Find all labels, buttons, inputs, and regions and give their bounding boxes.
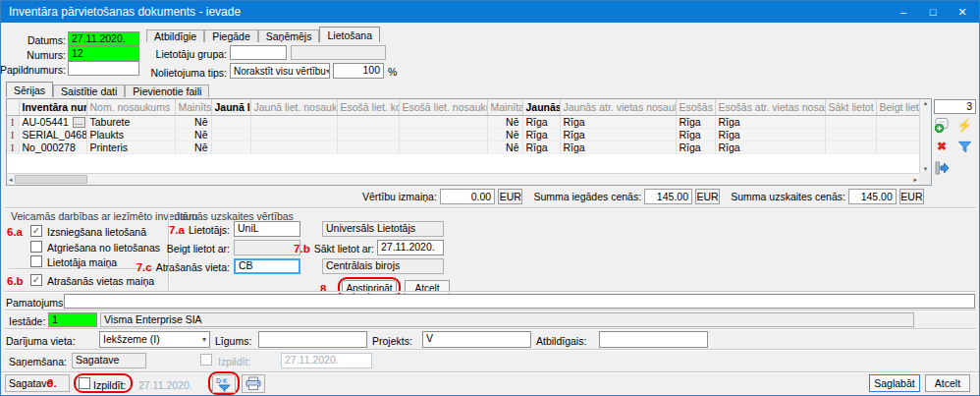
tab-lietosana[interactable]: Lietošana xyxy=(319,27,380,42)
col-esosa-liet-kods[interactable]: Esošā liet. kods xyxy=(337,99,399,115)
cell-esosas-nosaukums[interactable]: Rīga xyxy=(715,128,825,141)
close-button[interactable]: ✕ xyxy=(948,1,977,23)
scrollbar-thumb[interactable] xyxy=(15,175,87,184)
cell-empty[interactable] xyxy=(825,115,876,128)
cell-mainita[interactable]: Nē xyxy=(487,128,522,141)
izpildit-label[interactable]: Izpildīt: xyxy=(93,379,126,391)
col-mainita[interactable]: Mainīta... xyxy=(487,99,522,115)
tab-saistitie-dati[interactable]: Saistītie dati xyxy=(53,85,125,97)
cell-esosas-kods[interactable]: Rīga xyxy=(676,128,715,141)
recalculate-button[interactable]: ⚡ xyxy=(954,115,974,135)
tab-piegade[interactable]: Piegāde xyxy=(204,29,258,42)
col-beigt-lietot-ar[interactable]: Beigt lietot a xyxy=(876,99,921,115)
cell-jaunas-kods[interactable]: Rīga xyxy=(522,141,560,153)
tab-serijas[interactable]: Sērijas xyxy=(6,82,53,97)
atrasanas-input[interactable]: CB xyxy=(234,258,300,274)
cell-jaunas-nosaukums[interactable]: Rīga xyxy=(560,128,676,141)
cell-empty[interactable] xyxy=(825,141,876,153)
row-selector[interactable]: Ι xyxy=(7,115,19,128)
cell-empty[interactable] xyxy=(399,141,487,153)
cell-mainits[interactable]: Nē xyxy=(175,115,211,128)
cell-esosas-nosaukums[interactable]: Rīga xyxy=(715,115,825,128)
cell-nom-nosaukums[interactable]: Printeris xyxy=(86,141,175,153)
atgriesana-label[interactable]: Atgriešana no lietošanas xyxy=(47,242,160,254)
col-nom-nosaukums[interactable]: Nom. nosaukums xyxy=(86,99,175,115)
darijuma-vieta-dropdown[interactable]: Iekšzeme (I) ▾ xyxy=(99,331,210,348)
grid-corner-cell[interactable] xyxy=(7,99,19,115)
cell-empty[interactable] xyxy=(337,141,399,153)
delete-row-button[interactable]: ✖ xyxy=(932,137,952,156)
atrasanas-maina-checkbox[interactable]: ✓ xyxy=(30,274,42,286)
cell-jaunas-kods[interactable]: Rīga xyxy=(522,115,560,128)
cell-empty[interactable] xyxy=(250,115,337,128)
cell-inventara-numurs[interactable]: SERIAL_0468 xyxy=(19,128,86,141)
col-jaunas-atr-kods[interactable]: Jaunās... xyxy=(522,99,560,115)
cell-empty[interactable] xyxy=(399,115,487,128)
atgriesana-checkbox[interactable] xyxy=(30,241,42,253)
col-jaunas-atr-nosaukums[interactable]: Jaunās atr. vietas nosaukums xyxy=(560,99,676,115)
vertical-scrollbar[interactable]: ▴ ▾ xyxy=(919,99,931,173)
cell-esosas-kods[interactable]: Rīga xyxy=(676,115,715,128)
cell-empty[interactable] xyxy=(211,128,250,141)
nolietojuma-tips-dropdown[interactable]: Norakstīt visu vērtību ▾ xyxy=(230,63,330,79)
cell-empty[interactable] xyxy=(250,141,337,153)
col-esosas-atr-kods[interactable]: Esošās ... xyxy=(676,99,715,115)
cell-empty[interactable] xyxy=(337,128,399,141)
izsniegsana-checkbox[interactable]: ✓ xyxy=(30,225,42,237)
atbildigais-input[interactable] xyxy=(599,331,708,348)
pamatojums-input[interactable] xyxy=(64,294,975,309)
ellipsis-button[interactable]: … xyxy=(73,117,85,128)
cell-jaunas-nosaukums[interactable]: Rīga xyxy=(560,141,676,153)
cell-mainita[interactable]: Nē xyxy=(487,115,522,128)
tab-pievienotie-faili[interactable]: Pievienotie faili xyxy=(125,85,209,97)
lietotaja-maina-label[interactable]: Lietotāja maiņa xyxy=(47,256,117,268)
cell-empty[interactable] xyxy=(876,115,921,128)
cell-inventara-numurs[interactable]: No_000278 xyxy=(19,141,86,153)
col-sakt-lietot-ar[interactable]: Sākt lietot ar xyxy=(825,99,876,115)
atrasanas-maina-label[interactable]: Atrašanās vietas maiņa xyxy=(47,275,154,287)
horizontal-scrollbar[interactable]: ◂ ▸ xyxy=(7,173,919,185)
cell-nom-nosaukums[interactable]: Taburete xyxy=(86,115,175,128)
cell-esosas-nosaukums[interactable]: Rīga xyxy=(715,141,825,153)
tab-atbildigie[interactable]: Atbildīgie xyxy=(146,29,204,42)
papildnumurs-field[interactable] xyxy=(68,61,139,76)
scroll-down-icon[interactable]: ▾ xyxy=(924,165,928,173)
cell-mainits[interactable]: Nē xyxy=(175,128,211,141)
percent-input[interactable]: 100 xyxy=(333,63,384,79)
cell-empty[interactable] xyxy=(876,141,921,153)
col-jauna-liet-kods[interactable]: Jaunā li... xyxy=(211,99,250,115)
sakt-lietot-input[interactable]: 27.11.2020. xyxy=(377,240,444,255)
projekts-input[interactable]: V xyxy=(422,331,531,348)
scroll-right-icon[interactable]: ▸ xyxy=(913,176,917,184)
izpildit-checkbox[interactable] xyxy=(79,377,90,389)
cell-mainits[interactable]: Nē xyxy=(175,141,211,153)
cell-empty[interactable] xyxy=(399,128,487,141)
col-mainits[interactable]: Mainīts ... xyxy=(175,99,211,115)
export-button[interactable] xyxy=(932,158,952,178)
row-selector[interactable]: Ι xyxy=(7,141,19,153)
filter-button[interactable] xyxy=(954,137,974,156)
datums-field[interactable]: 27.11.2020. xyxy=(68,31,139,46)
col-esosas-atr-nosaukums[interactable]: Esošās atr. vietas nosaukums xyxy=(715,99,825,115)
numurs-field[interactable]: 12 xyxy=(68,46,139,61)
scroll-left-icon[interactable]: ◂ xyxy=(9,176,13,184)
cell-jaunas-nosaukums[interactable]: Rīga xyxy=(560,115,676,128)
cell-esosas-kods[interactable]: Rīga xyxy=(676,141,715,153)
atcelt-button[interactable]: Atcelt xyxy=(925,374,970,392)
cell-empty[interactable] xyxy=(250,128,337,141)
row-selector[interactable]: Ι xyxy=(7,128,19,141)
tab-sanemejs[interactable]: Saņēmējs xyxy=(258,29,320,42)
cell-empty[interactable] xyxy=(211,141,250,153)
cell-empty[interactable] xyxy=(876,128,921,141)
cell-nom-nosaukums[interactable]: Plaukts xyxy=(86,128,175,141)
cell-inventara-numurs[interactable]: AU-05441… xyxy=(19,115,86,128)
saglabat-button[interactable]: Saglabāt xyxy=(869,374,920,392)
cell-empty[interactable] xyxy=(825,128,876,141)
cell-jaunas-kods[interactable]: Rīga xyxy=(522,128,560,141)
col-esosa-liet-nosaukums[interactable]: Esošā liet. nosaukums xyxy=(399,99,487,115)
lietotaju-grupa-input[interactable] xyxy=(230,45,287,60)
print-button[interactable] xyxy=(242,374,265,393)
title-bar[interactable]: Inventāra pārvietošanas dokuments - ieva… xyxy=(1,1,979,23)
col-jauna-liet-nosaukums[interactable]: Jaunā liet. nosaukums xyxy=(250,99,337,115)
col-inventara-numurs[interactable]: Inventāra numurs xyxy=(19,99,86,115)
